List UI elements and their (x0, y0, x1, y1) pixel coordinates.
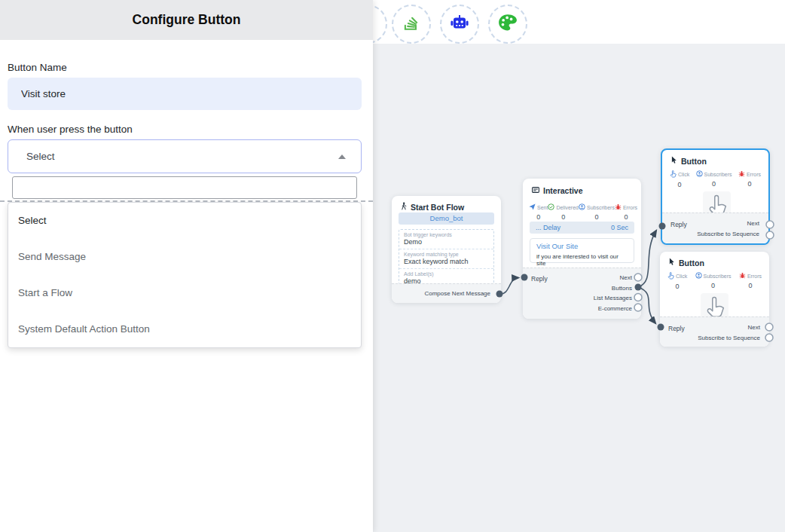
stat-subscribers: Subscribers 0 (579, 203, 615, 221)
click-icon (670, 170, 677, 179)
delivered-check-icon (548, 203, 554, 211)
layers-icon (402, 13, 421, 35)
errors-bug-icon (615, 203, 622, 211)
send-icon (529, 203, 536, 211)
action-dropdown-list: Select Send Message Start a Flow System … (8, 202, 362, 348)
option-system-default-action-button[interactable]: System Default Action Button (8, 311, 361, 347)
action-select-value: Select (26, 151, 55, 162)
interactive-node-title: Interactive (543, 186, 583, 195)
bot-name-pill[interactable]: Demo_bot (399, 212, 494, 225)
button-name-label: Button Name (8, 62, 67, 73)
button-node-footer: Reply Next Subscribe to Sequence (662, 212, 768, 243)
button-node-2[interactable]: Button Click 0 Subscribers 0 Errors 0 Re… (660, 252, 769, 347)
subscribers-icon (579, 203, 585, 211)
reply-input-label[interactable]: Reply (670, 221, 687, 228)
field-row: Bot trigger keywords Demo (399, 230, 493, 249)
field-label: Add Label(s) (404, 271, 489, 277)
output-buttons[interactable]: Buttons (612, 285, 632, 292)
stat-errors: Errors 0 (738, 170, 761, 188)
stat-click: Click 0 (667, 272, 687, 290)
button-node-1[interactable]: Button Click 0 Subscribers 0 Errors 0 Re… (661, 148, 770, 245)
cursor-icon (671, 156, 677, 166)
field-row: Keyword matching type Exact keyword matc… (399, 249, 493, 269)
cursor-icon (669, 258, 675, 268)
panel-title: Configure Button (0, 0, 373, 40)
field-label: Bot trigger keywords (404, 231, 489, 238)
errors-bug-icon (738, 170, 745, 178)
errors-bug-icon (739, 272, 746, 280)
stat-subscribers: Subscribers 0 (696, 170, 732, 188)
edge-start-to-interactive (499, 278, 518, 295)
output-list-messages[interactable]: List Messages (594, 295, 632, 301)
button-node-title: Button (679, 258, 704, 268)
stat-delivered: Delivered 0 (548, 203, 579, 221)
delay-bar[interactable]: ... Delay 0 Sec (530, 222, 634, 234)
start-node-header: Start Bot Flow (401, 202, 464, 212)
stat-errors: Errors 0 (615, 203, 637, 221)
stat-subscribers: Subscribers 0 (695, 272, 732, 290)
output-subscribe-sequence[interactable]: Subscribe to Sequence (698, 335, 760, 341)
toolbar-circle-palette[interactable] (488, 5, 527, 44)
stat-errors: Errors 0 (739, 272, 762, 290)
reply-input-label[interactable]: Reply (668, 325, 685, 332)
button-stats: Click 0 Subscribers 0 Errors 0 (670, 170, 761, 188)
chat-card-icon (532, 186, 539, 195)
output-next[interactable]: Next (620, 274, 632, 281)
button-node-title: Button (681, 157, 707, 166)
button-node-footer: Reply Next Subscribe to Sequence (660, 316, 769, 347)
output-subscribe-sequence[interactable]: Subscribe to Sequence (697, 231, 759, 237)
toolbar-circle-layers[interactable] (392, 5, 431, 44)
subscribers-icon (695, 272, 702, 280)
reply-input-label[interactable]: Reply (531, 275, 548, 283)
message-title: Visit Our Site (536, 242, 628, 250)
delay-value: 0 Sec (611, 224, 628, 231)
walking-person-icon (401, 202, 407, 212)
output-next[interactable]: Next (747, 220, 759, 227)
dropdown-search-input[interactable] (12, 176, 357, 199)
click-icon (667, 272, 674, 280)
button-stats: Click 0 Subscribers 0 Errors 0 (667, 272, 762, 290)
field-value: Exact keyword match (404, 258, 489, 266)
interactive-message-card[interactable]: Visit Our Site if you are interested to … (530, 238, 634, 263)
interactive-node-footer: Reply Next Buttons List Messages E-comme… (523, 268, 641, 319)
subscribers-icon (696, 170, 703, 178)
start-bot-flow-node[interactable]: Start Bot Flow Demo_bot Bot trigger keyw… (392, 196, 501, 303)
option-send-message[interactable]: Send Message (8, 239, 361, 275)
start-node-footer: Compose Next Message (392, 283, 501, 303)
field-value: Demo (404, 238, 489, 246)
field-label: Keyword matching type (404, 251, 489, 258)
delay-label: ... Delay (536, 224, 560, 231)
interactive-node[interactable]: Interactive Sent 0 Delivered 0 Subscribe… (523, 179, 641, 319)
stat-sent: Sent 0 (529, 203, 548, 221)
start-node-fields: Bot trigger keywords Demo Keyword matchi… (399, 229, 494, 289)
palette-icon (498, 14, 518, 35)
interactive-stats: Sent 0 Delivered 0 Subscribers 0 Errors … (529, 203, 635, 221)
button-node-header: Button (671, 156, 707, 166)
button-node-header: Button (669, 258, 704, 268)
option-select[interactable]: Select (8, 203, 361, 239)
output-ecommerce[interactable]: E-commerce (598, 305, 632, 312)
caret-up-icon (338, 154, 346, 159)
robot-icon (449, 14, 470, 35)
output-next[interactable]: Next (748, 324, 760, 331)
toolbar-circle-robot[interactable] (440, 5, 479, 44)
message-body: if you are interested to visit our site (536, 253, 628, 267)
compose-next-message-output[interactable]: Compose Next Message (424, 290, 490, 297)
option-start-a-flow[interactable]: Start a Flow (8, 275, 361, 311)
interactive-node-header: Interactive (532, 186, 583, 195)
stat-click: Click 0 (670, 170, 689, 188)
configure-button-panel: Configure Button Button Name When user p… (0, 0, 373, 532)
start-node-title: Start Bot Flow (411, 203, 464, 212)
button-name-input[interactable] (8, 78, 362, 110)
action-select[interactable]: Select (8, 139, 362, 173)
action-label: When user press the button (8, 124, 133, 135)
